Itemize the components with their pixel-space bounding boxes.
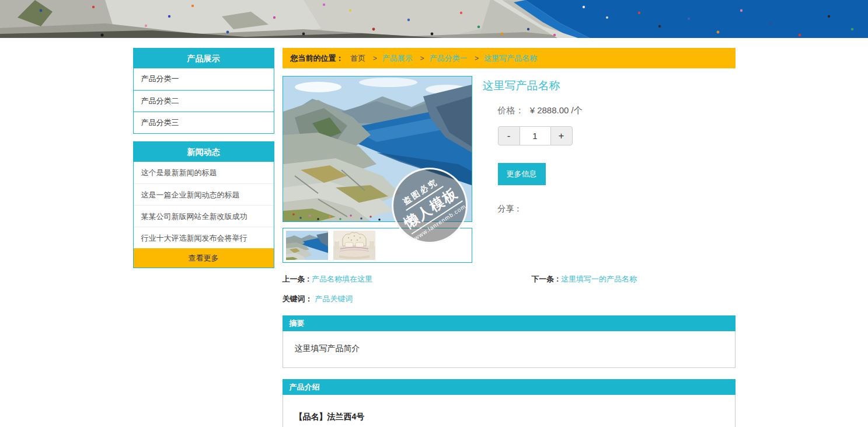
main-content: 您当前的位置： 首页 >产品展示 >产品分类一 >这里写产品名称: [283, 48, 735, 427]
quantity-stepper: - +: [498, 126, 735, 145]
product-detail: 盗图必究 懒人模板 www.lanrenmb.com 这里写产品名称 价格： ¥…: [283, 76, 735, 263]
price-value: ¥ 2888.00 /个: [530, 105, 583, 115]
share-label: 分享：: [498, 204, 735, 214]
quantity-increase-button[interactable]: +: [550, 126, 573, 145]
news-box: 新闻动态 这个是最新新闻的标题 这是一篇企业新闻动态的标题 某某公司新版网站全新…: [133, 141, 274, 268]
breadcrumb-link[interactable]: 产品分类一: [429, 54, 467, 63]
next-label: 下一条 :: [531, 275, 559, 283]
price-row: 价格： ¥ 2888.00 /个: [498, 105, 735, 116]
sidebar-item-news[interactable]: 这是一篇企业新闻动态的标题: [134, 183, 274, 205]
breadcrumb-home-link[interactable]: 首页: [350, 54, 365, 63]
bed-thumb-graphic: [333, 231, 375, 260]
intro-content: 【品名】法兰西4号: [283, 395, 735, 427]
fjord-photo-graphic: [283, 77, 472, 221]
sidebar-item-product-category[interactable]: 产品分类一: [134, 68, 274, 90]
summary-section: 摘要 这里填写产品简介: [283, 315, 735, 368]
thumbnail-bed[interactable]: [333, 231, 375, 260]
intro-section: 产品介绍 【品名】法兰西4号: [283, 379, 735, 427]
view-more-button[interactable]: 查看更多: [134, 248, 274, 268]
intro-section-title: 产品介绍: [283, 379, 735, 395]
sidebar-item-product-category[interactable]: 产品分类三: [134, 112, 274, 133]
news-list: 这个是最新新闻的标题 这是一篇企业新闻动态的标题 某某公司新版网站全新改版成功 …: [134, 162, 274, 248]
sidebar-item-product-category[interactable]: 产品分类二: [134, 90, 274, 112]
keywords-link[interactable]: 产品关键词: [315, 294, 353, 303]
product-category-box-title: 产品展示: [134, 48, 274, 68]
prev-next-row: 上一条 : 产品名称填在这里 下一条 : 这里填写一的产品名称: [283, 274, 735, 284]
breadcrumb-link[interactable]: 产品展示: [382, 54, 413, 63]
next-product-link[interactable]: 这里填写一的产品名称: [561, 275, 637, 283]
product-gallery: 盗图必究 懒人模板 www.lanrenmb.com: [283, 76, 472, 263]
prev-product-link[interactable]: 产品名称填在这里: [312, 275, 372, 283]
keywords-label: 关键词：: [283, 294, 313, 303]
next-item: 下一条 : 这里填写一的产品名称: [531, 274, 637, 284]
breadcrumb-label: 您当前的位置：: [291, 54, 344, 63]
breadcrumb-link[interactable]: 这里写产品名称: [484, 54, 537, 63]
banner-cliff-sea-graphic: [0, 0, 868, 38]
thumbnail-fjord[interactable]: [286, 231, 328, 260]
more-info-button[interactable]: 更多信息: [498, 163, 546, 185]
fjord-thumb-graphic: [286, 231, 328, 260]
sidebar-item-news[interactable]: 某某公司新版网站全新改版成功: [134, 205, 274, 227]
prev-label: 上一条 :: [283, 275, 310, 283]
price-label: 价格：: [498, 105, 524, 115]
quantity-input[interactable]: [520, 126, 550, 145]
summary-section-title: 摘要: [283, 315, 735, 331]
breadcrumb-separator: >: [420, 54, 424, 63]
sidebar-item-news[interactable]: 这个是最新新闻的标题: [134, 162, 274, 183]
news-box-title: 新闻动态: [134, 142, 274, 162]
breadcrumb: 您当前的位置： 首页 >产品展示 >产品分类一 >这里写产品名称: [283, 48, 735, 68]
keywords-row: 关键词： 产品关键词: [283, 294, 735, 304]
product-category-box: 产品展示 产品分类一 产品分类二 产品分类三: [133, 48, 274, 134]
breadcrumb-separator: >: [475, 54, 479, 63]
product-title: 这里写产品名称: [483, 78, 735, 93]
summary-content: 这里填写产品简介: [283, 331, 735, 368]
sidebar-item-news[interactable]: 行业十大评选新闻发布会将举行: [134, 227, 274, 248]
prev-item: 上一条 : 产品名称填在这里: [283, 274, 532, 284]
product-info: 这里写产品名称 价格： ¥ 2888.00 /个 - + 更多信息 分享：: [483, 76, 735, 263]
product-main-image[interactable]: [283, 76, 472, 222]
quantity-decrease-button[interactable]: -: [498, 126, 520, 145]
thumbnail-strip: [283, 228, 472, 263]
breadcrumb-separator: >: [373, 54, 377, 63]
product-category-list: 产品分类一 产品分类二 产品分类三: [134, 68, 274, 133]
content-wrapper: 产品展示 产品分类一 产品分类二 产品分类三 新闻动态 这个是最新新闻的标题 这…: [133, 38, 735, 427]
site-banner-image: [0, 0, 868, 38]
breadcrumb-trail: >产品展示 >产品分类一 >这里写产品名称: [368, 54, 537, 63]
sidebar: 产品展示 产品分类一 产品分类二 产品分类三 新闻动态 这个是最新新闻的标题 这…: [133, 48, 274, 427]
